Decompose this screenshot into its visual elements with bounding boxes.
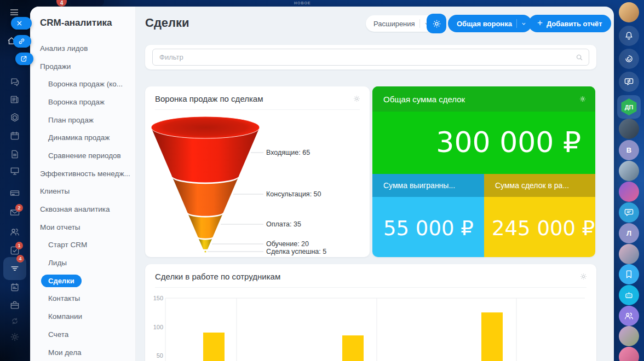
news-icon[interactable] [9, 94, 20, 105]
document-icon[interactable] [9, 149, 20, 160]
crm-icon [9, 112, 20, 123]
card-settings-icon[interactable] [579, 95, 586, 103]
sidebar-item-sales-funnel[interactable]: Воронка продаж [30, 93, 136, 111]
sidebar-item-deals[interactable]: Сделки [30, 272, 136, 290]
sidebar-item-my-reports[interactable]: Мои отчеты [30, 218, 136, 236]
tasks-icon[interactable]: 1 [9, 245, 20, 256]
people-icon[interactable] [619, 306, 639, 326]
kpi-total-deals[interactable]: Общая сумма сделок 300 000 ₽ [372, 86, 595, 174]
chat-bubble-icon[interactable] [619, 202, 639, 223]
robot-icon [624, 290, 634, 300]
sidebar-item-my-activities[interactable]: Мои дела [30, 343, 136, 361]
crm-icon[interactable] [9, 112, 20, 123]
contact-avatar[interactable] [619, 347, 639, 361]
sidebar-item-contacts[interactable]: Контакты [30, 290, 136, 308]
sidebar-item-label: Эффективность менедж... [40, 170, 130, 178]
sidebar-title: CRM-аналитика [40, 18, 112, 28]
hamburger-menu-icon[interactable] [10, 9, 18, 15]
calendar-alt-icon[interactable] [9, 282, 20, 293]
funnel-stage-label: Консультация: 50 [266, 190, 321, 198]
transfer-chat-icon[interactable] [619, 72, 639, 92]
card-settings-icon[interactable] [579, 272, 588, 281]
mail-icon[interactable]: 2 [9, 207, 20, 218]
left-rail-active-tile[interactable]: 4 [3, 257, 26, 280]
add-report-button[interactable]: + Добавить отчёт [528, 15, 611, 32]
bookmark-icon[interactable] [619, 264, 639, 284]
sidebar-item-lead-analysis[interactable]: Анализ лидов [30, 39, 136, 57]
funnel-segment[interactable] [173, 177, 238, 216]
sidebar-item-sales-dynamics[interactable]: Динамика продаж [30, 129, 136, 147]
bar-chart-card: Сделки в работе по сотрудникам 15010050 [145, 264, 596, 361]
sidebar-item-invoices[interactable]: Счета [30, 325, 136, 343]
bar[interactable] [481, 312, 503, 361]
sidebar-item-sales[interactable]: Продажи [30, 57, 136, 75]
sidebar-item-end-to-end-analytics[interactable]: Сквозная аналитика [30, 200, 136, 218]
external-link-icon [20, 55, 27, 62]
chat-icon[interactable] [9, 77, 20, 88]
funnel-segment[interactable] [188, 214, 222, 238]
close-panel-button[interactable] [11, 17, 32, 30]
copilot-icon[interactable] [619, 49, 639, 69]
filter-input[interactable] [152, 49, 589, 66]
kpi-deals-in-progress[interactable]: Сумма сделок в ра... 245 000 ₽ [484, 174, 595, 257]
people-icon[interactable] [9, 226, 20, 237]
bar[interactable] [342, 335, 364, 361]
search-icon[interactable] [576, 54, 583, 61]
sidebar-item-label: Компании [48, 312, 82, 321]
settings-icon [9, 331, 20, 342]
desktop: { "app": { "top_badge": "4", "new_label"… [0, 0, 644, 361]
bell-icon [624, 31, 634, 41]
top-bar-pill [70, 0, 104, 6]
card-icon[interactable] [9, 188, 20, 199]
funnel-selector-button[interactable]: Общая воронка [448, 15, 532, 32]
kpi-value: 55 000 ₽ [383, 217, 474, 240]
kpi-won-deals[interactable]: Сумма выигранны... 55 000 ₽ [372, 174, 484, 257]
contact-avatar[interactable] [619, 244, 639, 264]
sidebar-item-sales-plan[interactable]: План продаж [30, 111, 136, 129]
sidebar-item-start-crm[interactable]: Старт CRM [30, 236, 136, 254]
sidebar-item-sales-funnel-conv[interactable]: Воронка продаж (ко... [30, 75, 136, 93]
funnel-segment[interactable] [199, 238, 212, 249]
sidebar-item-companies[interactable]: Компании [30, 307, 136, 325]
display-icon[interactable] [9, 166, 20, 177]
active-item-pill: Сделки [41, 275, 82, 287]
crm-analytics-sidebar: CRM-аналитика Анализ лидовПродажиВоронка… [30, 7, 136, 361]
robot-icon[interactable] [619, 285, 639, 305]
sidebar-item-manager-efficiency[interactable]: Эффективность менедж... [30, 165, 136, 183]
contact-avatar[interactable] [619, 182, 639, 202]
bar[interactable] [203, 333, 225, 361]
funnel-segment[interactable] [204, 251, 206, 252]
sidebar-item-label: Мои отчеты [40, 223, 81, 231]
kpi-title: Сумма выигранны... [383, 181, 475, 190]
card-settings-icon[interactable] [353, 95, 361, 103]
contact-initial-v[interactable]: В [619, 140, 639, 160]
contact-initial-l[interactable]: Л [619, 223, 639, 243]
open-external-button[interactable] [15, 53, 33, 65]
calendar-icon[interactable] [9, 130, 20, 141]
contact-avatar[interactable] [619, 326, 639, 346]
people-icon [624, 311, 634, 321]
divider [155, 109, 360, 110]
sidebar-item-leads[interactable]: Лиды [30, 254, 136, 272]
add-report-label: Добавить отчёт [547, 20, 602, 28]
dashboard-settings-button[interactable] [427, 14, 446, 33]
settings-icon[interactable] [9, 331, 20, 342]
sidebar-item-period-comparison[interactable]: Сравнение периодов [30, 147, 136, 165]
automation-icon[interactable] [9, 316, 20, 327]
kpi-value: 300 000 ₽ [436, 126, 581, 159]
contact-avatar[interactable] [619, 119, 639, 139]
bell-icon[interactable] [619, 26, 639, 46]
contact-avatar[interactable] [619, 161, 639, 181]
copy-link-button[interactable] [13, 35, 31, 48]
dp-workspace[interactable]: ДП [617, 95, 641, 119]
briefcase-icon[interactable] [9, 300, 20, 311]
extensions-button[interactable]: Расширения [366, 15, 435, 32]
sidebar-item-label: План продаж [48, 116, 94, 124]
y-axis-tick: 100 [153, 324, 163, 330]
right-rail: ДПВЛ [614, 0, 644, 361]
funnel-chart-card: Воронка продаж по сделкам Входящие: 65Ко… [145, 86, 370, 257]
bar-chart: 15010050 [152, 294, 589, 361]
user-avatar[interactable] [619, 2, 639, 22]
funnel-stage-label: Входящие: 65 [266, 149, 310, 156]
sidebar-item-clients[interactable]: Клиенты [30, 183, 136, 201]
